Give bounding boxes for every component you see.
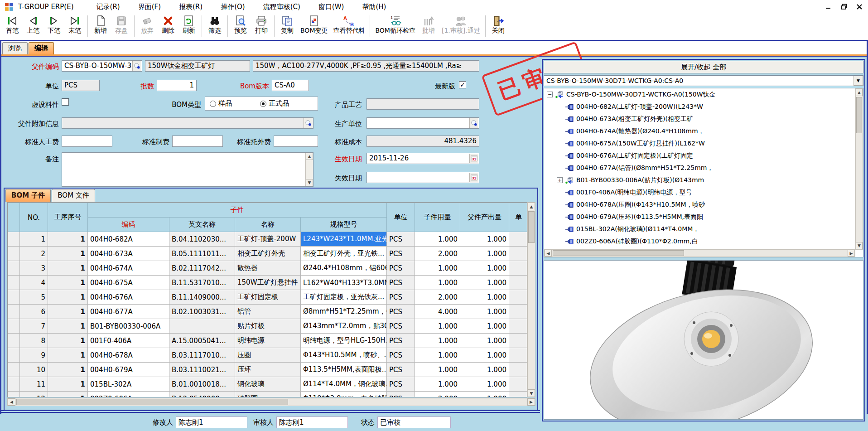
table-cell[interactable]: A.15.0005041... [169,334,235,348]
table-cell[interactable]: PCS [387,247,415,261]
menu-item[interactable]: 报表(R) [170,3,212,11]
table-cell[interactable] [8,276,20,290]
parent-info-search-icon[interactable] [304,118,313,128]
toolbar-button-print[interactable]: 打印 [251,15,272,34]
table-cell[interactable]: 相变工矿灯外壳 [235,247,301,261]
table-cell[interactable]: 压环 [235,363,301,377]
table-cell[interactable]: 1.000 [460,261,509,276]
table-cell[interactable]: 1.000 [415,319,460,334]
table-cell[interactable]: B.02.1003031... [169,305,235,319]
tree-node[interactable]: 004H0-676A(工矿灯固定板)(工矿灯固定 [544,150,856,162]
table-cell[interactable]: 9 [20,348,48,363]
bom-version-dropdown[interactable]: CS-BYB-O-150MW-30D71-WCTKG-A0:CS-A0 [544,75,863,86]
parent-code-field[interactable]: CS-BYB-O-150MW-3 [62,60,142,72]
table-cell[interactable]: B.11.5317010... [169,276,235,290]
table-cell[interactable]: 1.000 [460,377,509,392]
toolbar-button-close-door[interactable]: 关闭 [488,15,509,34]
tree-node[interactable]: +B01-BYB00330-006A(贴片灯板)(Ø143mm [544,174,856,186]
table-cell[interactable]: PCS [387,377,415,392]
toolbar-button-new-doc[interactable]: 新增 [90,15,111,34]
table-cell[interactable]: B.12.0540000... [169,392,235,398]
table-cell[interactable]: 1.000 [415,276,460,290]
table-cell[interactable]: 1 [20,232,48,247]
expand-collapse-button[interactable]: 展开/收起 全部 [544,61,863,73]
table-cell[interactable]: 6 [20,305,48,319]
table-cell[interactable]: 2.000 [415,392,460,398]
menu-item[interactable]: 操作(O) [212,3,254,11]
table-cell[interactable]: 150W工矿灯悬挂件 [235,276,301,290]
table-cell[interactable]: B01-BYB00330-006A [88,319,169,334]
table-cell[interactable]: B.04.1102030... [169,232,235,247]
table-cell[interactable] [8,232,20,247]
table-cell[interactable] [509,348,528,363]
table-cell[interactable]: 1.000 [415,232,460,247]
table-cell[interactable]: 004H0-676A [88,290,169,305]
table-cell[interactable]: L162*W40*H133*T3.0MM,... [301,276,387,290]
tree-node[interactable]: 015BL-302A(钢化玻璃)(Ø114*T4.0MM， [544,223,856,235]
virtual-checkbox[interactable] [62,98,69,106]
table-cell[interactable]: 004H0-673A [88,247,169,261]
prod-unit-search-icon[interactable] [469,118,478,128]
table-cell[interactable] [8,290,20,305]
tab-bom-files[interactable]: BOM 文件 [52,189,95,202]
table-cell[interactable]: 001F0-406A [88,334,169,348]
menu-item[interactable]: 界面(F) [129,3,170,11]
table-cell[interactable]: Φ143*H10.5MM，喷砂、... [301,348,387,363]
table-cell[interactable]: 1 [48,247,88,261]
table-cell[interactable]: 1.000 [460,334,509,348]
table-cell[interactable]: 1.000 [460,392,509,398]
table-cell[interactable]: 1 [48,363,88,377]
std-out-field[interactable] [274,136,318,147]
tree-hscrollbar[interactable]: ◀ ▶ [544,249,855,257]
table-hscrollbar[interactable]: ◀ ▶ [7,398,535,406]
scroll-up-icon[interactable]: ▲ [306,153,313,160]
hscroll-thumb[interactable] [16,399,288,405]
table-cell[interactable]: 1.000 [415,363,460,377]
batch-field[interactable]: 1 [157,80,197,91]
table-cell[interactable]: 1.000 [460,348,509,363]
latest-checkbox[interactable] [459,81,466,88]
table-cell[interactable] [509,319,528,334]
table-cell[interactable] [509,377,528,392]
table-cell[interactable]: 10 [20,363,48,377]
table-cell[interactable]: 7 [20,319,48,334]
table-cell[interactable]: 004H0-675A [88,276,169,290]
toolbar-button-filter[interactable]: 筛选 [204,15,225,34]
table-cell[interactable]: PCS [387,290,415,305]
table-cell[interactable] [509,261,528,276]
parent-info-field[interactable] [62,117,313,129]
calendar-icon[interactable]: 31 [469,173,478,182]
table-cell[interactable]: 1.000 [415,377,460,392]
table-cell[interactable]: B.01.0010018... [169,377,235,392]
toolbar-button-bom-change[interactable]: BOM变更 [298,15,330,34]
table-cell[interactable]: 004H0-678A [88,348,169,363]
table-cell[interactable]: B.05.1111011... [169,247,235,261]
table-cell[interactable]: PCS [387,261,415,276]
table-cell[interactable]: 1.000 [460,363,509,377]
table-cell[interactable]: 12 [20,392,48,398]
table-cell[interactable]: Ø114*T4.0MM，钢化玻璃... [301,377,387,392]
table-cell[interactable]: 硅胶圈 [235,392,301,398]
prod-unit-field[interactable] [366,117,479,129]
tab-edit[interactable]: 编辑 [29,42,54,54]
table-cell[interactable]: 1.000 [460,276,509,290]
table-cell[interactable]: PCS [387,363,415,377]
table-cell[interactable]: 1.000 [460,319,509,334]
table-cell[interactable]: 工矿灯固定板，亚光铁灰... [301,290,387,305]
toolbar-button-preview[interactable]: 预览 [230,15,251,34]
toolbar-button-refresh[interactable]: 刷新 [178,15,199,34]
table-cell[interactable]: 8 [20,334,48,348]
table-cell[interactable] [509,334,528,348]
scroll-up-icon[interactable]: ▲ [856,89,863,96]
calendar-icon[interactable]: 31 [469,154,478,163]
table-cell[interactable]: 1 [48,348,88,363]
table-cell[interactable]: 钢化玻璃 [235,377,301,392]
table-cell[interactable]: 004H0-677A [88,305,169,319]
table-cell[interactable] [509,363,528,377]
table-cell[interactable]: 004H0-682A [88,232,169,247]
tab-browse[interactable]: 浏览 [2,42,28,54]
vscroll-thumb[interactable] [528,211,535,243]
table-cell[interactable]: 2 [20,247,48,261]
table-cell[interactable]: 1 [48,305,88,319]
table-cell[interactable] [509,276,528,290]
